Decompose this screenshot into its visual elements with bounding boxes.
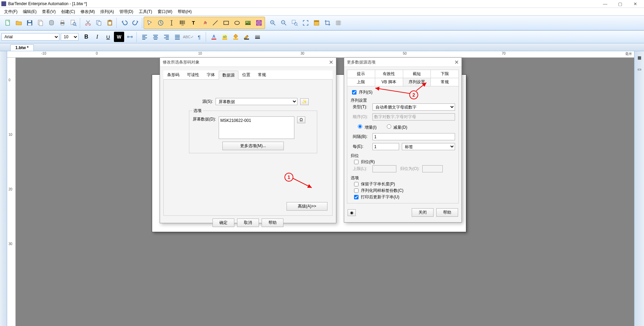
paragraph-icon[interactable]: ¶ xyxy=(194,32,204,42)
more-options-button[interactable]: 更多选项(M)... xyxy=(222,142,284,150)
update-after-print-checkbox[interactable]: 打印后更新子字串(U) xyxy=(353,194,455,200)
cancel-button[interactable]: 取消 xyxy=(237,218,259,227)
justify-icon[interactable] xyxy=(172,32,182,42)
zoom-out-icon[interactable] xyxy=(279,18,289,28)
align-left-icon[interactable] xyxy=(140,32,150,42)
tab-barcode[interactable]: 条形码 xyxy=(163,70,183,79)
print-preview-icon[interactable] xyxy=(68,18,78,28)
omega-button[interactable]: Ω xyxy=(297,116,305,123)
close-button[interactable]: ✕ xyxy=(628,0,643,8)
tab-position[interactable]: 位置 xyxy=(238,70,254,79)
dialog1-close-icon[interactable]: ✕ xyxy=(329,59,333,66)
menu-edit[interactable]: 编辑(E) xyxy=(20,8,39,15)
menu-create[interactable]: 创建(C) xyxy=(58,8,78,15)
grid-icon[interactable] xyxy=(333,18,343,28)
barcode-icon[interactable]: 123 xyxy=(177,18,188,28)
tab-datasource[interactable]: 数据源 xyxy=(219,71,238,80)
highlight-icon[interactable]: ab xyxy=(220,32,230,42)
pointer-icon[interactable] xyxy=(145,18,155,28)
serialize-copies-checkbox[interactable]: 序列化同样标签份数(C) xyxy=(353,187,455,194)
sequence-checkbox[interactable]: 序列(S) xyxy=(351,89,455,96)
font-color-icon[interactable]: Aa xyxy=(199,18,209,28)
source-select[interactable]: 屏幕数据 xyxy=(216,98,297,105)
tab-general[interactable]: 常规 xyxy=(254,70,270,79)
save-as-icon[interactable] xyxy=(35,18,46,28)
undo-icon[interactable] xyxy=(119,18,130,28)
font-size-select[interactable]: 10 xyxy=(61,33,78,41)
every-unit-select[interactable]: 标签 xyxy=(402,143,455,150)
menu-file[interactable]: 文件(F) xyxy=(1,8,20,15)
side-tool-1[interactable]: ▦ xyxy=(634,53,644,63)
every-input[interactable] xyxy=(372,143,399,150)
tab-font[interactable]: 字体 xyxy=(203,70,219,79)
menu-tools[interactable]: 工具(T) xyxy=(136,8,155,15)
fill-color-icon[interactable] xyxy=(231,32,241,42)
redo-icon[interactable] xyxy=(130,18,141,28)
scale-width-icon[interactable] xyxy=(125,32,135,42)
tab-vbscript[interactable]: VB 脚本 xyxy=(375,78,403,86)
align-center-icon[interactable] xyxy=(150,32,161,42)
copy-icon[interactable] xyxy=(94,18,104,28)
menu-manage[interactable]: 管理(D) xyxy=(117,8,136,15)
help2-button[interactable]: 帮助 xyxy=(436,208,458,217)
screendata-input[interactable] xyxy=(219,116,294,139)
maximize-button[interactable]: ▢ xyxy=(613,0,628,8)
menu-help[interactable]: 帮助(H) xyxy=(175,8,194,15)
ellipse-icon[interactable] xyxy=(232,18,242,28)
tab-readability[interactable]: 可读性 xyxy=(183,70,203,79)
text-color-icon[interactable]: A xyxy=(209,32,219,42)
italic-icon[interactable]: I xyxy=(92,32,102,42)
line-icon[interactable] xyxy=(210,18,220,28)
advanced-button[interactable]: 高级(A)>> xyxy=(287,202,327,211)
interval-input[interactable] xyxy=(372,133,455,140)
tab-validation[interactable]: 有效性 xyxy=(375,70,403,78)
actual-size-icon[interactable] xyxy=(311,18,322,28)
save-icon[interactable] xyxy=(25,18,35,28)
source-wizard-button[interactable]: ✨ xyxy=(300,98,309,105)
side-tool-2[interactable]: ▭ xyxy=(634,64,644,74)
align-right-icon[interactable] xyxy=(161,32,172,42)
zoom-region-icon[interactable] xyxy=(290,18,300,28)
line-style-icon[interactable] xyxy=(252,32,263,42)
tab-prompt[interactable]: 提示 xyxy=(347,70,375,78)
paste-icon[interactable] xyxy=(105,18,115,28)
cut-icon[interactable] xyxy=(83,18,93,28)
tab-truncate[interactable]: 截短 xyxy=(403,70,431,78)
dialog2-help-icon[interactable]: ◉ xyxy=(348,209,356,216)
ok-button[interactable]: 确定 xyxy=(213,218,234,227)
menu-view[interactable]: 查看(V) xyxy=(39,8,58,15)
underline-icon[interactable]: U xyxy=(103,32,113,42)
keep-length-checkbox[interactable]: 保留子字串长度(P) xyxy=(353,181,455,187)
bold-icon[interactable]: B xyxy=(81,32,91,42)
font-name-select[interactable]: Arial xyxy=(1,33,59,41)
dialog2-close-icon[interactable]: ✕ xyxy=(454,59,459,66)
picture-icon[interactable] xyxy=(243,18,253,28)
fit-screen-icon[interactable] xyxy=(301,18,311,28)
document-tab[interactable]: 1.btw * xyxy=(10,44,34,51)
tab-general2[interactable]: 常规 xyxy=(431,78,458,86)
print-icon[interactable] xyxy=(57,18,68,28)
reset-checkbox[interactable]: 归位(R) xyxy=(353,159,455,165)
menu-modify[interactable]: 修改(M) xyxy=(78,8,98,15)
zoom-in-icon[interactable] xyxy=(268,18,278,28)
tab-lower[interactable]: 下限 xyxy=(431,70,458,78)
text-cursor-icon[interactable] xyxy=(166,18,177,28)
clock-icon[interactable] xyxy=(156,18,166,28)
type-select[interactable]: 自动希腊文字母或数字 xyxy=(372,103,455,111)
inverse-icon[interactable]: W xyxy=(114,32,124,42)
close-button[interactable]: 关闭 xyxy=(412,208,434,217)
spellcheck-icon[interactable]: ABC✓ xyxy=(183,32,193,42)
crop-icon[interactable] xyxy=(322,18,333,28)
help-button[interactable]: 帮助 xyxy=(262,218,283,227)
rectangle-icon[interactable] xyxy=(221,18,231,28)
new-icon[interactable] xyxy=(3,18,13,28)
menu-window[interactable]: 窗口(W) xyxy=(155,8,175,15)
border-color-icon[interactable] xyxy=(241,32,252,42)
minimize-button[interactable]: — xyxy=(598,0,613,8)
open-icon[interactable] xyxy=(14,18,24,28)
tab-upper[interactable]: 上限 xyxy=(347,78,375,86)
decrement-radio[interactable]: 减量(D) xyxy=(383,123,407,130)
tab-serialization[interactable]: 序列设置 xyxy=(403,78,431,86)
text-icon[interactable]: T xyxy=(188,18,199,28)
increment-radio[interactable]: 增量(I) xyxy=(353,123,377,130)
